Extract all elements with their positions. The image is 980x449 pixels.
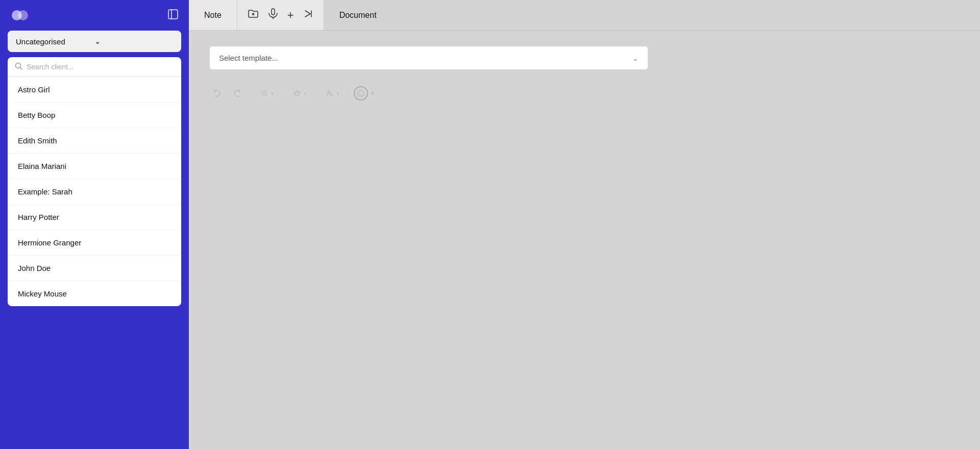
skip-forward-icon[interactable] (303, 9, 313, 21)
search-input[interactable] (27, 63, 174, 71)
client-item-edith-smith[interactable]: Edith Smith (8, 128, 181, 154)
text-format-chevron: ▾ (336, 91, 339, 96)
client-item-harry-potter[interactable]: Harry Potter (8, 205, 181, 230)
svg-point-1 (18, 10, 28, 20)
ai-tools-button[interactable]: ▾ (288, 87, 310, 100)
tab-document[interactable]: Document (324, 0, 392, 30)
template-chevron-icon: ⌄ (632, 54, 639, 62)
sidebar-header (0, 0, 189, 31)
emoji-chevron[interactable]: ▾ (371, 90, 374, 97)
tab-note[interactable]: Note (189, 0, 237, 30)
svg-rect-6 (272, 9, 275, 15)
category-dropdown[interactable]: Uncategorised ⌄ (8, 31, 181, 52)
client-item-betty-boop[interactable]: Betty Boop (8, 103, 181, 128)
toolbar-divider-2 (283, 87, 283, 99)
content-area: Select template... ⌄ (189, 31, 980, 449)
category-dropdown-wrapper: Uncategorised ⌄ (8, 31, 181, 52)
search-icon (15, 62, 22, 71)
tabs-bar: Note + (189, 0, 980, 31)
toolbar-divider-1 (250, 87, 251, 99)
emoji-button[interactable] (354, 86, 368, 101)
toolbar-divider-4 (348, 87, 349, 99)
toolbar-divider-3 (315, 87, 316, 99)
add-icon[interactable]: + (287, 9, 294, 22)
emoji-group: ▾ (354, 86, 374, 101)
svg-point-13 (358, 90, 364, 97)
category-label: Uncategorised (16, 37, 94, 46)
tab-note-label: Note (204, 11, 222, 20)
client-item-hermione-granger[interactable]: Hermione Granger (8, 230, 181, 256)
client-item-john-doe[interactable]: John Doe (8, 256, 181, 281)
sidebar: Uncategorised ⌄ Astro Girl Betty Boop Ed… (0, 0, 189, 449)
text-format-button[interactable]: ▾ (321, 87, 343, 100)
main-content: Note + (189, 0, 980, 449)
mic-icon[interactable] (268, 8, 278, 22)
template-select-text: Select template... (219, 54, 632, 62)
app-logo (10, 6, 30, 25)
tab-document-label: Document (339, 11, 377, 20)
list-style-chevron: ▾ (271, 91, 274, 96)
client-item-mickey-mouse[interactable]: Mickey Mouse (8, 281, 181, 306)
svg-line-5 (20, 68, 22, 70)
client-item-astro-girl[interactable]: Astro Girl (8, 77, 181, 103)
folder-upload-icon[interactable] (248, 8, 259, 22)
panel-toggle-icon[interactable] (167, 9, 179, 22)
svg-rect-2 (168, 10, 178, 19)
ai-chevron: ▾ (304, 91, 306, 96)
template-select[interactable]: Select template... ⌄ (209, 46, 648, 70)
search-wrapper (8, 57, 181, 77)
list-style-button[interactable]: ▾ (256, 87, 278, 100)
category-chevron: ⌄ (94, 37, 173, 46)
tab-note-icons: + (237, 0, 324, 30)
editor-toolbar: ▾ ▾ ▾ (209, 85, 960, 102)
client-list: Astro Girl Betty Boop Edith Smith Elaina… (8, 77, 181, 306)
client-item-elaina-mariani[interactable]: Elaina Mariani (8, 154, 181, 179)
undo-button[interactable] (209, 85, 226, 102)
redo-button[interactable] (229, 85, 245, 102)
client-item-example-sarah[interactable]: Example: Sarah (8, 179, 181, 205)
svg-point-14 (359, 92, 360, 93)
svg-point-15 (362, 92, 363, 93)
